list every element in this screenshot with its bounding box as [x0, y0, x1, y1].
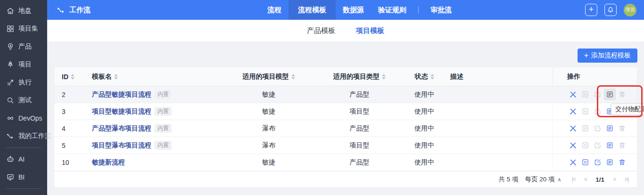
- cell-status: 使用中: [398, 90, 450, 99]
- column-header: 模板名: [84, 73, 217, 81]
- nav-item-data-source[interactable]: 数据源: [336, 0, 371, 20]
- add-template-label: 添加流程模板: [591, 51, 631, 60]
- template-link[interactable]: 项目型瀑布项目流程: [92, 141, 151, 150]
- edit-button[interactable]: [592, 89, 603, 100]
- page-size-select[interactable]: 每页 20 项 ∧: [525, 175, 561, 184]
- deliverable-config-button[interactable]: [604, 156, 616, 168]
- first-page-button[interactable]: |<: [572, 176, 576, 183]
- deliverable-config-icon: [606, 158, 614, 166]
- edit-icon: [594, 141, 602, 149]
- template-link[interactable]: 产品型敏捷项目流程: [92, 90, 151, 99]
- workflow-icon: [57, 6, 66, 15]
- delete-button[interactable]: [616, 156, 628, 168]
- sidebar-divider: [6, 147, 41, 148]
- delete-button[interactable]: [616, 122, 628, 134]
- tab-project-template[interactable]: 项目模板: [356, 26, 384, 35]
- nav-item-approval-flow[interactable]: 审批流: [423, 0, 459, 20]
- template-table-card: ID模板名适用的项目模型适用的项目类型状态描述操作 2产品型敏捷项目流程内置敏捷…: [54, 67, 637, 187]
- sidebar-item-label: BI: [18, 173, 25, 181]
- workflow-design-button[interactable]: [567, 122, 579, 134]
- sidebar-item-execution[interactable]: 执行: [0, 73, 47, 91]
- delete-button[interactable]: [616, 139, 628, 151]
- add-template-button[interactable]: + 添加流程模板: [578, 49, 637, 63]
- sidebar-item-product[interactable]: 产品: [0, 38, 47, 56]
- sort-icon[interactable]: [382, 74, 386, 80]
- sidebar-item-project-set[interactable]: 项目集: [0, 20, 47, 38]
- sidebar-item-label: DevOps: [18, 114, 42, 122]
- table-row: 5项目型瀑布项目流程内置瀑布项目型使用中: [54, 137, 637, 154]
- sort-icon[interactable]: [71, 74, 74, 80]
- sort-icon[interactable]: [114, 74, 118, 80]
- sidebar-item-ai[interactable]: AI: [0, 150, 47, 168]
- row-actions: [567, 139, 628, 151]
- sidebar-item-home[interactable]: 地盘: [0, 2, 47, 20]
- column-header-label: 状态: [415, 73, 428, 81]
- content-area: + 添加流程模板 ID模板名适用的项目模型适用的项目类型状态描述操作 2产品型敏…: [47, 41, 644, 195]
- deliverable-config-button[interactable]: [604, 89, 616, 100]
- cell-actions: [553, 120, 637, 137]
- sidebar-item-devops[interactable]: DevOps: [0, 109, 47, 127]
- cell-model: 敏捷: [217, 90, 321, 99]
- edit-button[interactable]: [592, 106, 603, 117]
- run-icon: [6, 78, 15, 87]
- workflow-design-button[interactable]: [567, 89, 579, 100]
- avatar[interactable]: 理员: [624, 4, 636, 16]
- delete-button[interactable]: [616, 89, 628, 100]
- workflow-design-button[interactable]: [567, 156, 579, 168]
- cell-status: 使用中: [398, 107, 450, 116]
- cell-status: 使用中: [398, 124, 450, 133]
- sort-icon[interactable]: [430, 74, 434, 80]
- pause-button[interactable]: [579, 139, 591, 151]
- cell-template-name: 产品型瀑布项目流程内置: [84, 124, 217, 133]
- sidebar: 地盘项目集产品项目执行测试DevOps我的工作流AIBI: [0, 0, 47, 195]
- cell-status: 使用中: [398, 141, 450, 150]
- workflow-design-button[interactable]: [567, 106, 579, 117]
- cell-type: 项目型: [321, 107, 398, 116]
- nav-item-validation-rule[interactable]: 验证规则: [371, 0, 413, 20]
- sort-icon[interactable]: [291, 74, 295, 80]
- deliverable-config-icon: [606, 141, 614, 149]
- cell-actions: [553, 137, 637, 154]
- builtin-badge: 内置: [155, 90, 172, 99]
- sidebar-item-label: 执行: [18, 78, 32, 87]
- cell-type: 项目型: [321, 141, 398, 150]
- current-page-indicator: 1/1: [595, 176, 604, 183]
- edit-button[interactable]: [592, 156, 603, 168]
- deliverable-config-button[interactable]: [604, 122, 616, 134]
- pause-button[interactable]: [579, 122, 591, 134]
- chevron-up-icon: ∧: [557, 177, 561, 183]
- prev-page-button[interactable]: <: [584, 176, 587, 183]
- cell-actions: [553, 154, 637, 171]
- app-title: 工作流: [57, 6, 91, 15]
- deliverable-config-button[interactable]: [604, 139, 616, 151]
- template-link[interactable]: 项目型敏捷项目流程: [92, 107, 151, 116]
- edit-button[interactable]: [592, 139, 603, 151]
- pause-button[interactable]: [579, 106, 591, 117]
- pause-button[interactable]: [579, 156, 591, 168]
- nav-item-process[interactable]: 流程: [260, 0, 289, 20]
- next-page-button[interactable]: >: [613, 176, 616, 183]
- edit-button[interactable]: [592, 122, 603, 134]
- notification-button[interactable]: [604, 4, 617, 16]
- sidebar-item-test[interactable]: 测试: [0, 91, 47, 109]
- sidebar-item-label: AI: [18, 155, 25, 163]
- sidebar-item-my-workflow[interactable]: 我的工作流: [0, 127, 47, 145]
- last-page-button[interactable]: >|: [624, 176, 628, 183]
- template-link[interactable]: 产品型瀑布项目流程: [92, 124, 151, 133]
- sidebar-item-label: 产品: [18, 42, 32, 51]
- tab-product-template[interactable]: 产品模板: [307, 26, 335, 35]
- nav-item-process-template[interactable]: 流程模板: [289, 0, 336, 20]
- add-quick-button[interactable]: +: [585, 4, 597, 16]
- pause-button[interactable]: [579, 89, 591, 100]
- sidebar-divider: [6, 188, 41, 189]
- total-count: 共 5 项: [498, 175, 518, 184]
- column-header: 状态: [398, 73, 450, 81]
- sidebar-item-label: 测试: [18, 96, 32, 105]
- cell-type: 产品型: [321, 124, 398, 133]
- workflow-design-button[interactable]: [567, 139, 579, 151]
- sidebar-item-project[interactable]: 项目: [0, 56, 47, 73]
- sidebar-item-label: 地盘: [18, 7, 32, 15]
- template-link[interactable]: 敏捷新流程: [92, 158, 125, 167]
- cell-status: 使用中: [398, 158, 450, 167]
- sidebar-item-bi[interactable]: BI: [0, 168, 47, 186]
